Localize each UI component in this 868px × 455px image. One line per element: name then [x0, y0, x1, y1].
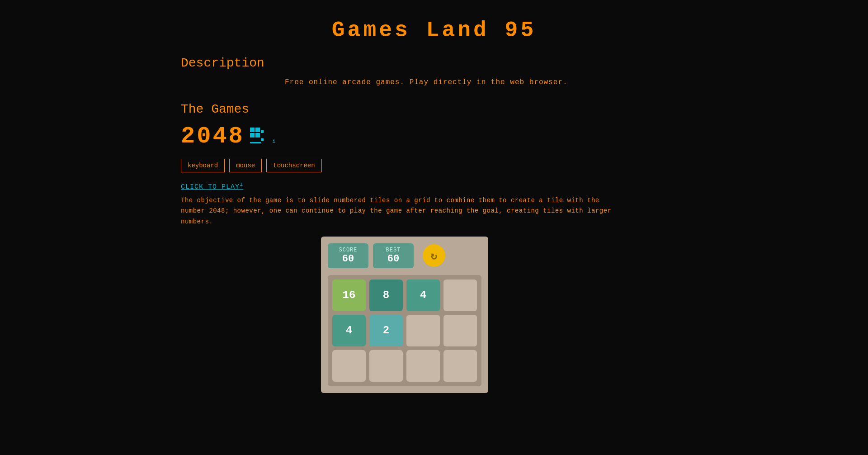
best-value: 60 — [382, 253, 405, 265]
refresh-button[interactable]: ↻ — [423, 244, 445, 267]
control-mouse[interactable]: mouse — [229, 159, 262, 172]
svg-rect-1 — [255, 128, 260, 132]
tile-8: 8 — [369, 280, 403, 311]
svg-rect-6 — [250, 142, 261, 143]
tile-4-r1: 4 — [406, 280, 440, 311]
description-section: Description Free online arcade games. Pl… — [181, 56, 687, 89]
game-grid: 16 8 4 4 2 — [328, 275, 481, 386]
games-section: The Games 2048 i keyboard — [181, 102, 687, 393]
svg-rect-2 — [250, 133, 255, 137]
game-title: 2048 — [181, 123, 245, 150]
game-pixel-icon: i — [249, 127, 275, 148]
score-label: SCORE — [337, 247, 359, 253]
game-preview: SCORE 60 BEST 60 ↻ 16 8 4 4 2 — [321, 237, 488, 393]
tile-16: 16 — [332, 280, 366, 311]
tile-empty-r2c4 — [443, 315, 477, 346]
tile-4-r2: 4 — [332, 315, 366, 346]
game-description: The objective of the game is to slide nu… — [181, 195, 619, 228]
description-body: Free online arcade games. Play directly … — [285, 77, 687, 89]
tile-empty-r3c2 — [369, 350, 403, 382]
pixel-icon-svg — [249, 127, 268, 146]
site-title: Games Land 95 — [181, 9, 687, 56]
control-keyboard[interactable]: keyboard — [181, 159, 225, 172]
score-value: 60 — [337, 253, 359, 265]
control-touchscreen[interactable]: touchscreen — [266, 159, 321, 172]
best-label: BEST — [382, 247, 405, 253]
tile-empty-r2c3 — [406, 315, 440, 346]
superscript-icon: i — [240, 181, 243, 188]
game-title-row: 2048 i — [181, 123, 687, 150]
svg-rect-5 — [261, 138, 264, 141]
refresh-icon: ↻ — [431, 249, 437, 262]
score-box: SCORE 60 — [328, 243, 368, 268]
tile-empty-r1c4 — [443, 280, 477, 311]
click-to-play-link[interactable]: CLICK TO PLAYi — [181, 181, 243, 191]
tile-2: 2 — [369, 315, 403, 346]
svg-rect-3 — [255, 133, 260, 137]
tile-empty-r3c1 — [332, 350, 366, 382]
svg-rect-4 — [261, 130, 264, 133]
tile-empty-r3c4 — [443, 350, 477, 382]
best-box: BEST 60 — [373, 243, 414, 268]
score-row: SCORE 60 BEST 60 ↻ — [328, 243, 481, 268]
control-tags: keyboard mouse touchscreen — [181, 159, 687, 172]
games-heading: The Games — [181, 102, 687, 116]
tile-empty-r3c3 — [406, 350, 440, 382]
description-heading: Description — [181, 56, 687, 70]
svg-rect-0 — [250, 128, 255, 132]
